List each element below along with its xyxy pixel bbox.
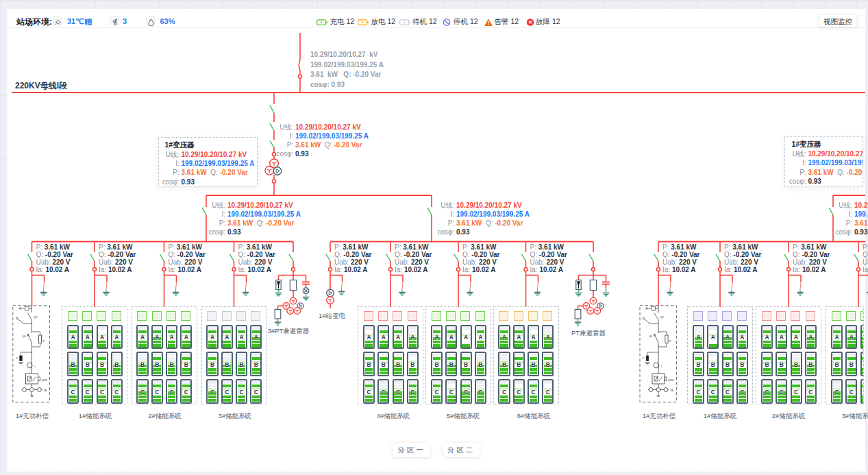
svg-text:L: L	[661, 365, 662, 368]
svg-text:TA: TA	[670, 389, 673, 392]
svg-text:QF: QF	[23, 335, 27, 338]
svg-text:R: R	[669, 340, 671, 343]
svg-text:QS: QS	[34, 316, 38, 319]
svg-text:L: L	[35, 365, 36, 368]
svg-text:R: R	[43, 340, 45, 343]
svg-text:QFM: QFM	[668, 379, 673, 382]
svg-text:F: F	[643, 357, 645, 360]
svg-text:QFM: QFM	[42, 379, 47, 382]
svg-text:QS: QS	[660, 316, 665, 319]
svg-text:TA: TA	[44, 389, 47, 392]
svg-text:QF: QF	[649, 335, 653, 338]
svg-text:F: F	[16, 357, 18, 360]
